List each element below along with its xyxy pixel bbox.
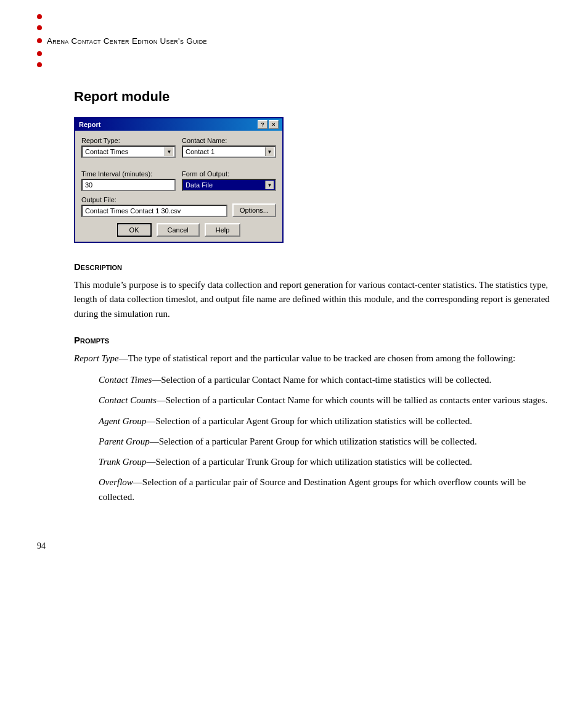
indent-rest-5: —Selection of a particular pair of Sourc… [99, 477, 526, 501]
indent-term-0: Contact Times [99, 375, 152, 385]
indent-rest-3: —Selection of a particular Parent Group … [150, 436, 477, 446]
contact-name-label: Contact Name: [182, 137, 276, 144]
bullet-dot-5 [37, 62, 42, 67]
output-file-input[interactable]: Contact Times Contact 1 30.csv [81, 205, 227, 217]
main-content: Report module Report ? × Report Type: C [0, 76, 588, 535]
form-of-output-select[interactable]: Data File ▼ [182, 179, 276, 191]
header-title: Arena Contact Center Edition User's Guid… [47, 36, 207, 46]
report-type-value: Contact Times [85, 148, 165, 155]
page-number: 94 [37, 541, 46, 551]
report-type-intro: Report Type—The type of statistical repo… [74, 351, 551, 366]
indent-item-0: Contact Times—Selection of a particular … [99, 373, 551, 387]
contact-name-arrow: ▼ [265, 147, 274, 156]
header-area: Arena Contact Center Edition User's Guid… [0, 0, 588, 76]
dialog-row-1: Report Type: Contact Times ▼ Contact Nam… [81, 137, 276, 158]
indent-term-1: Contact Counts [99, 395, 157, 405]
output-file-label: Output File: [81, 196, 227, 203]
report-type-field: Report Type: Contact Times ▼ [81, 137, 176, 158]
indent-term-4: Trunk Group [99, 457, 146, 467]
form-of-output-value: Data File [186, 181, 265, 189]
indent-item-3: Parent Group—Selection of a particular P… [99, 435, 551, 449]
contact-name-select[interactable]: Contact 1 ▼ [182, 145, 276, 158]
output-file-row: Output File: Contact Times Contact 1 30.… [81, 196, 276, 217]
description-heading: Description [74, 261, 551, 272]
indent-rest-0: —Selection of a particular Contact Name … [152, 375, 491, 385]
report-type-arrow: ▼ [165, 147, 173, 156]
bullet-dot-3 [37, 38, 42, 43]
dialog-help-btn[interactable]: ? [258, 120, 267, 129]
indent-term-2: Agent Group [99, 416, 146, 426]
indent-items: Contact Times—Selection of a particular … [74, 373, 551, 504]
indent-term-3: Parent Group [99, 436, 150, 446]
bullet-dot-2 [37, 25, 42, 30]
bullet-dot-4 [37, 51, 42, 56]
report-type-intro-rest: —The type of statistical report and the … [119, 353, 516, 363]
indent-term-5: Overflow [99, 477, 133, 487]
dialog-row-2: Time Interval (minutes): 30 Form of Outp… [81, 170, 276, 191]
contact-name-field: Contact Name: Contact 1 ▼ [182, 137, 276, 158]
indent-rest-1: —Selection of a particular Contact Name … [157, 395, 547, 405]
form-of-output-field: Form of Output: Data File ▼ [182, 170, 276, 191]
output-file-value: Contact Times Contact 1 30.csv [85, 207, 181, 215]
prompts-heading: Prompts [74, 335, 551, 345]
bullet-dot-1 [37, 14, 42, 19]
indent-item-2: Agent Group—Selection of a particular Ag… [99, 414, 551, 428]
report-type-intro-italic: Report Type [74, 353, 119, 363]
dialog-wrapper: Report ? × Report Type: Contact Times ▼ [74, 117, 551, 243]
dialog-title-buttons: ? × [258, 120, 279, 129]
bullet-5 [37, 59, 551, 70]
dialog-bottom-buttons: OK Cancel Help [81, 223, 276, 237]
form-of-output-arrow: ▼ [265, 181, 274, 189]
report-dialog: Report ? × Report Type: Contact Times ▼ [74, 117, 284, 243]
time-interval-label: Time Interval (minutes): [81, 170, 176, 178]
indent-rest-4: —Selection of a particular Trunk Group f… [146, 457, 472, 467]
dialog-title: Report [79, 121, 100, 128]
options-button[interactable]: Options... [232, 203, 276, 217]
time-interval-value: 30 [85, 181, 92, 189]
page-title: Report module [74, 89, 551, 105]
header-title-line: Arena Contact Center Edition User's Guid… [37, 35, 551, 47]
bullet-1 [37, 11, 551, 22]
report-type-select[interactable]: Contact Times ▼ [81, 145, 176, 158]
time-interval-input[interactable]: 30 [81, 179, 176, 191]
help-button[interactable]: Help [205, 223, 241, 237]
dialog-close-btn[interactable]: × [269, 120, 279, 129]
contact-name-value: Contact 1 [186, 148, 265, 155]
dialog-titlebar: Report ? × [75, 118, 282, 131]
indent-item-4: Trunk Group—Selection of a particular Tr… [99, 455, 551, 469]
indent-item-5: Overflow—Selection of a particular pair … [99, 475, 551, 504]
ok-button[interactable]: OK [117, 223, 152, 237]
report-type-label: Report Type: [81, 137, 176, 144]
dialog-body: Report Type: Contact Times ▼ Contact Nam… [75, 131, 282, 242]
cancel-button[interactable]: Cancel [157, 223, 200, 237]
indent-item-1: Contact Counts—Selection of a particular… [99, 393, 551, 408]
time-interval-field: Time Interval (minutes): 30 [81, 170, 176, 191]
bullet-2 [37, 22, 551, 33]
output-file-wrap: Output File: Contact Times Contact 1 30.… [81, 196, 227, 217]
spacer-1 [81, 163, 276, 170]
bullet-4 [37, 48, 551, 59]
form-of-output-label: Form of Output: [182, 170, 276, 178]
page-number-area: 94 [0, 535, 588, 563]
description-body: This module’s purpose is to specify data… [74, 278, 551, 321]
indent-rest-2: —Selection of a particular Agent Group f… [146, 416, 472, 426]
